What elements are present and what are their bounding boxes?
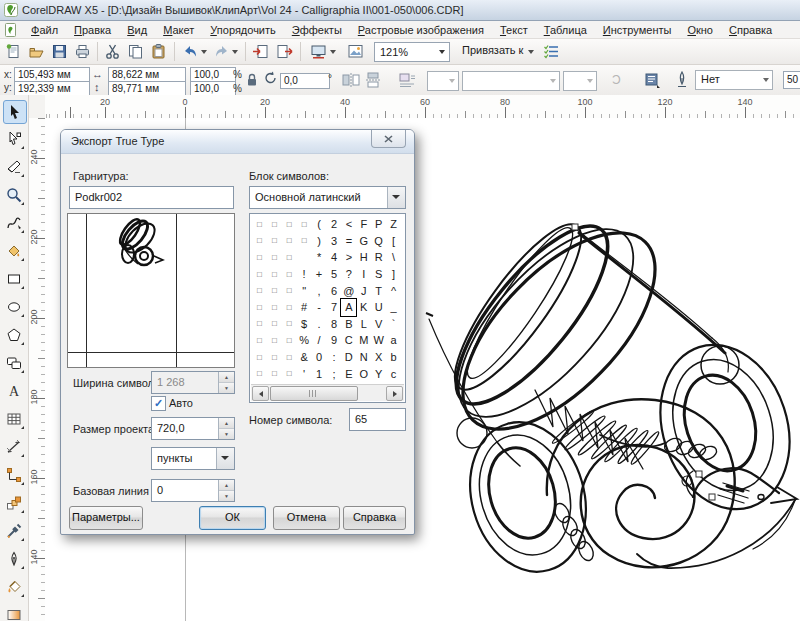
print-icon[interactable] [74, 43, 91, 60]
dialog-launcher-icon[interactable] [643, 72, 660, 88]
ok-button[interactable]: ОК [199, 506, 266, 530]
grid-cell[interactable]: □ [267, 216, 282, 233]
grid-cell[interactable]: $ [297, 316, 312, 333]
tool-outline-pen[interactable] [3, 548, 25, 570]
grid-cell[interactable]: 5 [326, 266, 341, 283]
block-dropdown-arrow[interactable] [387, 187, 405, 208]
grid-cell[interactable]: L [356, 316, 371, 333]
snap-dropdown-arrow[interactable] [528, 50, 534, 54]
grid-cell[interactable]: F [356, 216, 371, 233]
redo-icon[interactable] [213, 43, 230, 60]
grid-cell[interactable]: □ [252, 332, 267, 349]
grid-cell[interactable]: R [371, 249, 386, 266]
grid-cell[interactable]: & [297, 349, 312, 366]
grid-cell[interactable]: □ [297, 233, 312, 250]
grid-cell[interactable]: 7 [326, 299, 341, 316]
dialog-title-bar[interactable]: Экспорт True Type [61, 130, 414, 154]
grid-cell[interactable]: b [386, 349, 401, 366]
menu-item-2[interactable]: Вид [119, 23, 155, 37]
tool-shape[interactable] [3, 128, 25, 150]
grid-cell[interactable]: 4 [326, 249, 341, 266]
tool-polygon[interactable] [3, 324, 25, 346]
grid-cell[interactable]: ^ [386, 282, 401, 299]
grid-cell[interactable]: □ [267, 266, 282, 283]
menu-item-3[interactable]: Макет [155, 23, 202, 37]
tool-rectangle[interactable] [3, 268, 25, 290]
grid-cell[interactable]: N [356, 349, 371, 366]
grid-cell[interactable]: □ [267, 365, 282, 382]
cancel-button[interactable]: Отмена [273, 506, 340, 530]
grid-cell[interactable]: □ [252, 299, 267, 316]
rotation-angle-field[interactable]: 0,0 [280, 73, 330, 89]
grid-cell[interactable]: □ [282, 216, 297, 233]
grid-cell[interactable]: , [312, 282, 327, 299]
menu-item-5[interactable]: Эффекты [284, 23, 350, 37]
welcome-screen-icon[interactable] [347, 43, 364, 60]
menu-item-0[interactable]: Файл [23, 23, 66, 37]
snap-to-button[interactable]: Привязать к [462, 44, 523, 56]
menu-item-10[interactable]: Окно [679, 23, 721, 37]
grid-cell[interactable]: - [312, 299, 327, 316]
save-icon[interactable] [51, 43, 68, 60]
grid-cell[interactable]: 2 [326, 216, 341, 233]
grid-cell[interactable]: □ [252, 233, 267, 250]
grid-cell[interactable]: K [356, 299, 371, 316]
grid-cell[interactable]: S [371, 266, 386, 283]
grid-cell[interactable]: □ [267, 349, 282, 366]
scroll-right-button[interactable] [386, 386, 403, 401]
tool-ellipse[interactable] [3, 296, 25, 318]
grid-cell[interactable]: . [312, 316, 327, 333]
grid-cell[interactable]: 1 [312, 365, 327, 382]
symbol-block-combo[interactable]: Основной латинский [249, 186, 406, 209]
grid-cell[interactable]: < [341, 216, 356, 233]
scroll-left-button[interactable] [252, 386, 269, 401]
units-dropdown-arrow[interactable] [216, 448, 234, 469]
grid-cell[interactable]: : [326, 349, 341, 366]
grid-cell[interactable]: G [356, 233, 371, 250]
char-number-field[interactable]: 65 [349, 408, 406, 431]
grid-cell[interactable]: Q [371, 233, 386, 250]
paste-icon[interactable] [150, 43, 167, 60]
tool-connector[interactable] [3, 464, 25, 486]
tool-text[interactable]: A [3, 380, 25, 402]
grid-cell[interactable]: Y [371, 365, 386, 382]
undo-icon[interactable] [182, 43, 199, 60]
grid-cell[interactable]: □ [267, 332, 282, 349]
open-icon[interactable] [28, 43, 45, 60]
baseline-spinner[interactable]: 0 ▲▼ [151, 479, 235, 502]
redo-dropdown-arrow[interactable] [232, 50, 238, 54]
grid-cell[interactable]: ! [297, 266, 312, 283]
tool-table[interactable] [3, 408, 25, 430]
grid-cell[interactable]: H [356, 249, 371, 266]
grid-cell[interactable]: D [341, 349, 356, 366]
tool-color-eyedropper[interactable] [3, 520, 25, 542]
menu-item-7[interactable]: Текст [492, 23, 536, 37]
grid-cell[interactable]: □ [267, 233, 282, 250]
grid-cell[interactable]: ( [312, 216, 327, 233]
grid-cell[interactable]: W [371, 332, 386, 349]
export-icon[interactable] [276, 43, 293, 60]
tool-fill[interactable] [3, 576, 25, 598]
grid-cell[interactable]: ? [341, 266, 356, 283]
new-icon[interactable] [5, 43, 22, 60]
tool-basic-shapes[interactable] [3, 352, 25, 374]
launcher-dropdown-arrow[interactable] [330, 50, 336, 54]
grid-cell[interactable]: * [312, 249, 327, 266]
grid-cell[interactable]: A [341, 299, 356, 316]
grid-cell[interactable]: ) [312, 233, 327, 250]
menu-item-9[interactable]: Инструменты [595, 23, 680, 37]
grid-cell[interactable]: □ [282, 316, 297, 333]
grid-cell[interactable]: 3 [326, 233, 341, 250]
grid-cell[interactable]: □ [252, 282, 267, 299]
grid-cell[interactable]: □ [252, 249, 267, 266]
grid-cell[interactable]: ' [297, 365, 312, 382]
menu-item-6[interactable]: Растровые изображения [350, 23, 492, 37]
application-launcher-icon[interactable] [310, 43, 327, 60]
units-combo[interactable]: пункты [151, 447, 235, 470]
tool-zoom[interactable] [3, 184, 25, 206]
copy-icon[interactable] [127, 43, 144, 60]
help-button[interactable]: Справка [343, 506, 406, 530]
mirror-vertical-icon[interactable] [364, 72, 382, 88]
grid-cell[interactable]: Z [386, 216, 401, 233]
tool-interactive-fill[interactable] [3, 604, 25, 621]
